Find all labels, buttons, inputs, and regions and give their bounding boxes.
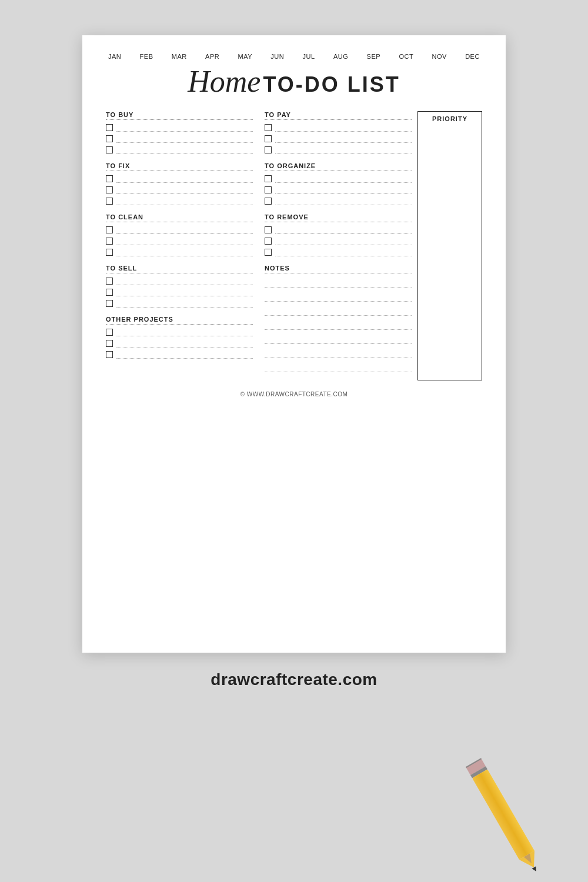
section-to-buy: TO BUY [106,111,253,154]
checkbox[interactable] [265,175,272,182]
section-to-clean: TO CLEAN [106,213,253,256]
section-to-organize: TO ORGANIZE [265,162,412,205]
section-to-sell: TO SELL [106,265,253,308]
notes-line [265,362,412,372]
checkbox[interactable] [106,124,113,131]
checkbox[interactable] [106,135,113,142]
check-line [116,226,253,234]
check-row [265,135,412,143]
check-line [116,277,253,285]
checkbox[interactable] [106,146,113,153]
check-line [275,197,412,205]
check-row [106,186,253,194]
check-line [116,123,253,132]
month-row: JAN FEB MAR APR MAY JUN JUL AUG SEP OCT … [106,53,482,60]
check-line [116,175,253,183]
checkbox[interactable] [265,186,272,193]
checkbox[interactable] [106,226,113,233]
check-row [106,135,253,143]
right-column: TO PAY TO ORGANIZE [259,111,417,380]
checkbox[interactable] [265,249,272,256]
month-mar: MAR [172,53,187,60]
pencil-decoration [466,758,540,868]
pencil-tip-wood [524,853,534,865]
section-title-to-remove: TO REMOVE [265,213,412,222]
checkbox[interactable] [106,238,113,245]
month-nov: NOV [432,53,446,60]
check-row [106,328,253,336]
footer: © WWW.DRAWCRAFTCREATE.COM [106,391,482,397]
check-line [116,328,253,336]
title-script: Home [188,65,260,98]
check-line [275,237,412,245]
check-line [275,175,412,183]
check-row [106,123,253,132]
month-aug: AUG [333,53,348,60]
month-sep: SEP [367,53,381,60]
check-row [265,226,412,234]
checkbox[interactable] [106,175,113,182]
section-to-remove: TO REMOVE [265,213,412,256]
checkbox[interactable] [265,146,272,153]
checkbox[interactable] [265,238,272,245]
checkbox[interactable] [106,186,113,193]
checkbox[interactable] [106,249,113,256]
checkbox[interactable] [265,226,272,233]
checkbox[interactable] [106,278,113,285]
checkbox[interactable] [106,198,113,205]
month-may: MAY [238,53,253,60]
page-wrapper: JAN FEB MAR APR MAY JUN JUL AUG SEP OCT … [82,35,506,653]
check-row [106,299,253,308]
section-to-fix: TO FIX [106,162,253,205]
checkbox[interactable] [106,340,113,347]
left-column: TO BUY TO FIX [106,111,259,380]
check-line [116,299,253,308]
check-line [116,197,253,205]
check-line [275,135,412,143]
check-row [265,248,412,256]
section-to-pay: TO PAY [265,111,412,154]
notes-line [265,348,412,358]
check-line [275,123,412,132]
month-dec: DEC [465,53,480,60]
section-title-to-pay: TO PAY [265,111,412,120]
check-row [106,237,253,245]
month-jan: JAN [108,53,121,60]
checkbox[interactable] [265,198,272,205]
check-row [265,197,412,205]
checkbox[interactable] [106,351,113,358]
check-line [275,226,412,234]
title-block: TO-DO LIST [263,72,400,96]
month-apr: APR [205,53,219,60]
check-row [106,175,253,183]
checkbox[interactable] [106,329,113,336]
notes-line [265,333,412,344]
checkbox[interactable] [265,124,272,131]
month-oct: OCT [399,53,413,60]
check-line [275,186,412,194]
check-row [265,186,412,194]
check-row [106,339,253,348]
check-line [116,339,253,348]
checkbox[interactable] [106,289,113,296]
check-row [106,288,253,296]
title-row: Home TO-DO LIST [106,65,482,98]
section-title-to-buy: TO BUY [106,111,253,120]
check-row [265,237,412,245]
check-line [275,146,412,154]
notes-line [265,305,412,316]
month-feb: FEB [140,53,153,60]
check-row [106,248,253,256]
section-title-to-organize: TO ORGANIZE [265,162,412,171]
notes-line [265,291,412,302]
notes-line [265,277,412,288]
check-line [116,186,253,194]
section-other-projects: OTHER PROJECTS [106,316,253,359]
check-row [265,146,412,154]
check-row [106,350,253,359]
copyright-text: © WWW.DRAWCRAFTCREATE.COM [240,391,348,397]
checkbox[interactable] [106,300,113,307]
section-title-to-sell: TO SELL [106,265,253,273]
checkbox[interactable] [265,135,272,142]
check-row [106,277,253,285]
